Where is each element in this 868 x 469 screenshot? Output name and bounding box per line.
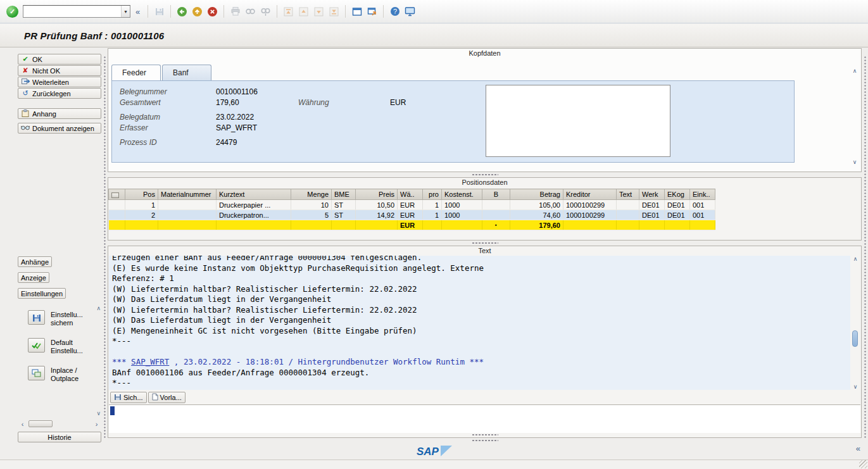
table-cell[interactable]: 2 — [125, 210, 158, 220]
sichern-button[interactable]: Sich... — [110, 392, 147, 403]
shortcut-icon[interactable] — [365, 5, 379, 18]
save-settings-icon[interactable] — [28, 310, 45, 325]
table-cell[interactable]: DE01 — [639, 210, 665, 220]
cancel-icon[interactable] — [206, 5, 219, 18]
user-link[interactable]: SAP_WFRT — [131, 357, 169, 366]
settings-item-inplace-outplace[interactable]: Inplace /Outplace — [28, 366, 91, 383]
customize-layout-icon[interactable] — [403, 5, 417, 18]
column-header[interactable]: Kreditor — [563, 189, 617, 200]
horizontal-splitter[interactable] — [108, 241, 862, 246]
table-cell[interactable]: EUR — [398, 200, 423, 210]
section-anzeige[interactable]: Anzeige — [18, 272, 49, 283]
table-cell[interactable] — [617, 200, 639, 210]
help-icon[interactable]: ? — [388, 5, 401, 18]
toolbar-collapse-icon[interactable]: « — [135, 7, 140, 16]
settings-scroll-up-icon[interactable]: ∧ — [96, 305, 101, 311]
column-header[interactable]: B — [482, 189, 510, 200]
table-cell[interactable]: 105,00 — [510, 200, 563, 210]
table-cell[interactable]: 1000 — [442, 200, 482, 210]
settings-item-default[interactable]: DefaultEinstellu... — [28, 338, 91, 355]
table-cell[interactable] — [158, 210, 217, 220]
table-cell[interactable]: 1000 — [442, 210, 482, 220]
table-cell[interactable]: 1000100299 — [563, 200, 617, 210]
sidebar-button-anhang[interactable]: Anhang — [18, 108, 101, 119]
enter-button[interactable]: ✓ — [6, 6, 18, 18]
column-header[interactable]: Kurztext — [217, 189, 291, 200]
settings-item-einstellungen-sichern[interactable]: Einstellu...sichern — [28, 310, 91, 327]
text-frame-splitter[interactable] — [108, 432, 861, 437]
vertical-splitter-left[interactable] — [101, 48, 108, 443]
scrollbar-track[interactable] — [27, 420, 92, 428]
column-header[interactable]: pro — [423, 189, 442, 200]
scrollbar-thumb[interactable] — [28, 420, 53, 427]
table-cell[interactable] — [158, 200, 217, 210]
exit-icon[interactable] — [191, 5, 204, 18]
scroll-right-icon[interactable]: › — [92, 420, 101, 428]
new-session-icon[interactable] — [350, 5, 363, 18]
panel-collapse-icon[interactable]: « — [856, 444, 860, 453]
vorlage-button[interactable]: Vorla... — [148, 392, 186, 403]
table-cell[interactable]: 10,50 — [356, 200, 398, 210]
sidebar-button-nicht-ok[interactable]: ✘Nicht OK — [18, 65, 101, 76]
default-settings-icon[interactable] — [28, 338, 45, 353]
inplace-outplace-icon[interactable] — [28, 366, 45, 380]
table-cell[interactable]: 74,60 — [510, 210, 563, 220]
table-cell[interactable]: DE01 — [639, 200, 665, 210]
table-cell[interactable] — [109, 200, 125, 210]
table-cell[interactable] — [617, 210, 639, 220]
text-editor-input[interactable] — [109, 404, 860, 433]
next-page-icon[interactable] — [312, 5, 325, 18]
kopfdaten-scrollbar[interactable]: ∧ ∨ — [850, 68, 859, 165]
table-cell[interactable]: EUR — [398, 210, 423, 220]
table-cell[interactable]: 5 — [291, 210, 332, 220]
column-header[interactable]: EKog — [665, 189, 690, 200]
tab-banf[interactable]: Banf — [162, 65, 211, 80]
table-row[interactable]: 1Druckerpapier ...10ST10,50EUR11000105,0… — [109, 200, 715, 210]
table-cell[interactable]: Druckerpapier ... — [217, 200, 291, 210]
scroll-left-icon[interactable]: ‹ — [18, 420, 27, 428]
sidebar-horizontal-scrollbar[interactable]: ‹ › — [18, 419, 101, 428]
table-row[interactable]: 2Druckerpatron...5ST14,92EUR1100074,6010… — [109, 210, 715, 220]
last-page-icon[interactable] — [327, 5, 341, 18]
table-cell[interactable]: 10 — [291, 200, 332, 210]
scroll-up-icon[interactable]: ∧ — [851, 256, 860, 262]
column-header[interactable]: Preis — [356, 189, 398, 200]
table-cell[interactable]: 1 — [423, 210, 442, 220]
scroll-down-icon[interactable]: ∨ — [851, 384, 860, 390]
resize-grip[interactable] — [859, 460, 867, 468]
column-header[interactable]: Menge — [291, 189, 332, 200]
column-header[interactable]: Wä.. — [398, 189, 423, 200]
column-header[interactable]: Werk — [639, 189, 665, 200]
horizontal-splitter[interactable] — [108, 438, 862, 443]
table-cell[interactable]: 001 — [690, 210, 715, 220]
first-page-icon[interactable] — [282, 5, 295, 18]
column-header[interactable]: Betrag — [510, 189, 563, 200]
column-header[interactable]: Pos — [125, 189, 158, 200]
select-all-icon[interactable] — [111, 192, 119, 198]
column-header[interactable]: Eink.. — [690, 189, 715, 200]
find-next-icon[interactable] — [259, 5, 272, 18]
settings-scroll-down-icon[interactable]: ∨ — [96, 410, 101, 416]
section-einstellungen[interactable]: Einstellungen — [18, 288, 66, 299]
table-cell[interactable]: 1000100299 — [563, 210, 617, 220]
select-all-header[interactable] — [109, 189, 125, 200]
table-cell[interactable] — [482, 200, 510, 210]
table-cell[interactable]: DE01 — [665, 200, 690, 210]
print-icon[interactable] — [229, 5, 242, 18]
sidebar-button-ok[interactable]: ✔OK — [18, 54, 101, 65]
vertical-splitter-right[interactable] — [862, 48, 868, 443]
column-header[interactable]: Text — [617, 189, 639, 200]
scroll-down-icon[interactable]: ∨ — [850, 159, 859, 165]
log-area[interactable]: Erzeugen einer BAnf aus Feeder/Anfrage 0… — [109, 256, 850, 390]
save-icon[interactable] — [153, 5, 166, 18]
horizontal-splitter[interactable] — [108, 172, 862, 177]
find-icon[interactable] — [244, 5, 257, 18]
command-input[interactable] — [23, 6, 121, 17]
column-header[interactable]: BME — [332, 189, 356, 200]
table-cell[interactable]: 14,92 — [356, 210, 398, 220]
tab-feeder[interactable]: Feeder — [111, 65, 161, 80]
table-cell[interactable]: DE01 — [665, 210, 690, 220]
sidebar-button-zuruecklegen[interactable]: ↺Zurücklegen — [18, 88, 101, 99]
scrollbar-thumb[interactable] — [852, 330, 858, 347]
header-note-input[interactable] — [486, 85, 670, 157]
